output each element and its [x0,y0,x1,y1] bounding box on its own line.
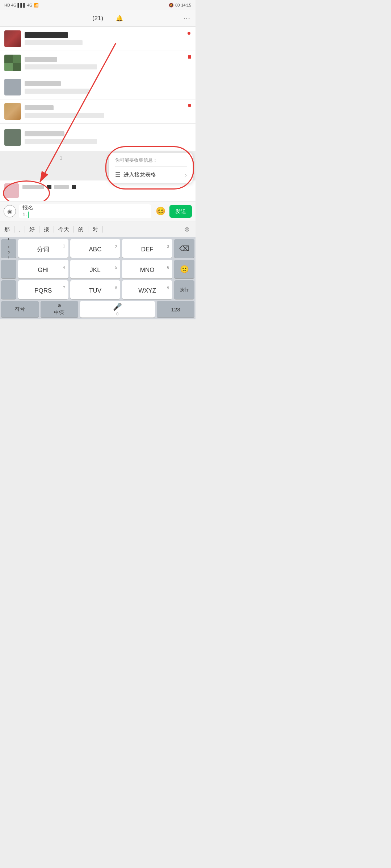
key-label: ! [8,256,9,260]
keyboard-row-4: 符号 ⊕ 中/英 🎤 0 123 [0,299,196,319]
signal-4g-2: 4G [27,3,33,7]
mute-icon: 🔕 [169,3,174,8]
battery-level: 80 [175,3,180,7]
keyboard-row-1: ' ° ? ! 1 分词 2 ABC 3 DEF [0,237,196,258]
chat-list: 1 你可能要收集信息： ☰ 进入接龙表格 › [0,27,196,201]
more-button[interactable]: ··· [183,14,190,22]
chat-content [25,57,191,69]
chat-content [22,185,191,189]
key-label: ABC [89,246,102,253]
header-title: (21) [92,15,103,22]
send-button[interactable]: 发送 [169,205,192,218]
input-bar: ◉ 报名1. 😊 发送 [0,201,196,221]
key-fenci[interactable]: 1 分词 [18,239,68,258]
key-punct[interactable]: ' ° ? ! [1,239,16,258]
signal-bars: ▌▌▌ [18,3,26,7]
chat-item[interactable] [0,27,196,51]
key-delete[interactable]: ⌫ [174,239,194,258]
avatar [4,30,21,47]
key-jkl[interactable]: 5 JKL [70,260,121,278]
key-label: ? [8,251,10,255]
divider [115,166,187,167]
quick-word[interactable]: 对 [88,226,102,233]
voice-icon: ◉ [7,208,12,215]
avatar [4,103,21,120]
suggestion-popup[interactable]: 你可能要收集信息： ☰ 进入接龙表格 › [109,153,193,183]
chevron-right-icon: › [185,172,187,178]
input-text: 报名1. [22,204,33,218]
status-right: 🔕 80 14:15 [169,3,191,8]
chat-content [25,131,191,144]
status-bar: HD 4G ▌▌▌ 4G 📶 🔕 80 14:15 [0,0,196,10]
key-label: MNO [140,267,155,274]
globe-icon: ⊕ [58,303,61,308]
key-123[interactable]: 123 [157,301,194,318]
chat-item[interactable] [0,75,196,99]
key-emoji[interactable]: 🙂 [174,260,194,278]
key-def[interactable]: 3 DEF [122,239,172,258]
mic-icon: 🎤 [113,302,122,311]
symbol-label: 符号 [15,306,25,312]
quick-word[interactable]: 今天 [54,226,73,233]
unread-badge [188,32,190,35]
delete-button[interactable]: ⊗ [182,224,192,234]
key-mno[interactable]: 6 MNO [122,260,172,278]
key-punct2[interactable] [1,260,16,278]
emoji-button[interactable]: 😊 [154,205,167,217]
key-label: ' [8,237,9,245]
key-newline[interactable]: 换行 [174,280,194,299]
suggestion-action[interactable]: ☰ 进入接龙表格 › [115,170,187,180]
num-label: 123 [171,306,180,312]
quick-word[interactable]: 的 [74,226,88,233]
key-pqrs[interactable]: 7 PQRS [18,280,68,299]
key-tuv[interactable]: 8 TUV [70,280,121,299]
unread-badge [188,55,191,59]
key-label: WXYZ [138,287,156,294]
header: (21) 🔔 ··· [0,10,196,27]
bell-icon[interactable]: 🔔 [116,15,123,22]
unread-badge [188,104,191,107]
chat-content [25,105,191,118]
chat-item[interactable] [0,180,196,201]
quick-word[interactable]: 接 [39,226,54,233]
keyboard: ' ° ? ! 1 分词 2 ABC 3 DEF [0,237,196,319]
key-label: ° [8,246,9,250]
text-input[interactable]: 报名1. [19,204,151,218]
wifi-icon: 📶 [34,3,39,8]
space-num: 0 [116,312,118,316]
chat-content [25,32,191,45]
voice-button[interactable]: ◉ [4,205,16,217]
backspace-icon: ⌫ [179,244,189,253]
suggestion-action-label: 进入接龙表格 [123,171,156,178]
chat-content [25,81,191,94]
quick-word[interactable]: 好 [25,226,39,233]
chat-item[interactable] [0,124,196,151]
quick-bar: 那 . 好 接 今天 的 对 ⊗ [0,221,196,237]
key-label: DEF [141,246,154,253]
key-lang-switch[interactable]: ⊕ 中/英 [41,301,78,318]
avatar [4,129,21,146]
key-symbol[interactable]: 符号 [1,301,39,318]
key-label: GHI [38,267,49,274]
table-icon: ☰ [115,171,121,179]
key-abc[interactable]: 2 ABC [70,239,121,258]
key-label: PQRS [34,287,52,294]
chat-item[interactable] [0,51,196,75]
lang-label: 中/英 [54,309,65,316]
key-label: 分词 [37,245,49,254]
keyboard-row-3: 7 PQRS 8 TUV 9 WXYZ 换行 [0,278,196,299]
time-display: 14:15 [181,3,191,7]
quick-word[interactable]: . [14,226,25,233]
key-space[interactable]: 🎤 0 [80,301,155,318]
key-punct3[interactable] [1,280,16,299]
status-left: HD 4G ▌▌▌ 4G 📶 [4,3,39,8]
chat-item[interactable] [0,99,196,123]
quick-word[interactable]: 那 [0,226,14,233]
suggestion-title: 你可能要收集信息： [115,157,187,163]
network-icon: HD [4,3,10,7]
avatar [4,79,21,95]
smiley-icon: 🙂 [180,265,189,273]
key-ghi[interactable]: 4 GHI [18,260,68,278]
delete-icon: ⊗ [184,225,190,233]
key-wxyz[interactable]: 9 WXYZ [122,280,172,299]
